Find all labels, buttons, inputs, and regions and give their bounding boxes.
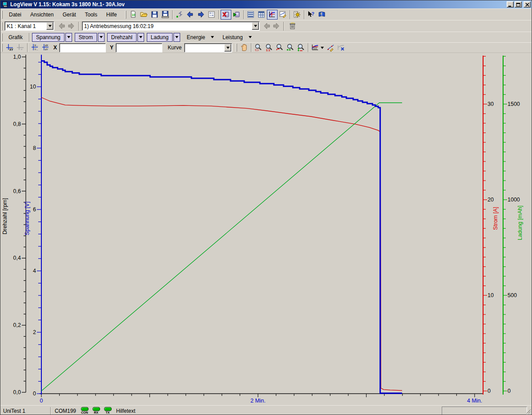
maximize-button[interactable] (515, 1, 522, 8)
svg-text:0: 0 (508, 388, 511, 394)
svg-text:0,0: 0,0 (13, 389, 21, 395)
menubar-grip[interactable] (1, 11, 3, 19)
show-table-button[interactable] (256, 10, 267, 20)
device-disconnect-button[interactable] (221, 10, 231, 20)
kurve-select-value (185, 48, 224, 48)
toolbar-separator (218, 10, 219, 19)
x-value-input[interactable] (59, 43, 106, 52)
zoom-100-button[interactable]: 1:1 (264, 43, 274, 52)
dataset-select[interactable]: 1) Antriebsmessung 16:02:19 (82, 21, 260, 31)
svg-text:Strom [A]: Strom [A] (492, 207, 499, 230)
svg-text:0,6: 0,6 (13, 188, 21, 194)
open-file-button[interactable] (139, 10, 149, 20)
show-graph-button[interactable] (267, 10, 278, 20)
curve-edit-button[interactable] (325, 43, 336, 52)
axis-values-button[interactable]: X:..Y:.. (29, 43, 40, 52)
tab-ladung-arrow[interactable] (173, 33, 180, 42)
tab-leistung[interactable]: Leistung (218, 33, 246, 42)
choose-dialog-button[interactable] (206, 10, 217, 20)
save-file-as-button[interactable] (160, 10, 171, 20)
menu-geraet[interactable]: Gerät (58, 11, 81, 19)
svg-text:?: ? (311, 11, 314, 16)
svg-text:10: 10 (488, 292, 494, 298)
tab-strom-arrow[interactable] (98, 33, 105, 42)
svg-text:20: 20 (488, 197, 494, 203)
new-file-button[interactable]: 10 (128, 10, 139, 20)
channel-prev-button[interactable] (57, 21, 66, 31)
menu-datei[interactable]: Datei (4, 11, 26, 19)
tab-drehzahl[interactable]: Drehzahl (107, 33, 137, 42)
logview-window: LogView V 1.15: Kokam 3s 1800 Nr.1- 30A.… (0, 0, 532, 415)
tab-energie[interactable]: Energie (183, 33, 209, 42)
status-port: COM199 (52, 407, 79, 414)
axes-auto-button[interactable] (15, 43, 26, 52)
context-help-button[interactable]: ? (306, 10, 317, 20)
show-list-button[interactable] (246, 10, 256, 20)
graph-toolbar-grip[interactable] (1, 44, 3, 52)
main-toolbar-grip[interactable] (125, 11, 126, 19)
zoom-toolbar-grip[interactable] (236, 44, 237, 52)
tab-leistung-arrow[interactable] (247, 33, 254, 42)
close-button[interactable] (524, 1, 531, 8)
zoom-rect-button[interactable] (253, 43, 264, 52)
minimize-button[interactable] (507, 1, 514, 8)
help-book-button[interactable]: ? (317, 10, 327, 20)
tab-spannung[interactable]: Spannung (32, 33, 64, 42)
axes-setup-button[interactable]: XY (4, 43, 15, 52)
chart-canvas[interactable]: 02 Min.4 Min.1,00,80,60,40,20,0Drehzahl … (0, 53, 532, 405)
svg-text:Y:..: Y:.. (34, 48, 38, 51)
channel-row: K1 : Kanal 1 1) Antriebsmessung 16:02:19 (0, 20, 532, 32)
y-value-input[interactable] (116, 43, 162, 52)
tab-ladung[interactable]: Ladung (147, 33, 173, 42)
save-file-button[interactable] (149, 10, 160, 20)
dataset-prev-button[interactable] (262, 21, 271, 31)
kurve-select[interactable] (184, 43, 232, 52)
nav-back-button[interactable] (185, 10, 196, 20)
zoom-x-button[interactable] (285, 43, 296, 52)
led-tx: TX (103, 407, 113, 414)
tabs-row: Grafik Spannung Strom Drehzahl Ladung En… (0, 32, 532, 42)
svg-text:0: 0 (488, 388, 491, 394)
dataset-next-button[interactable] (271, 21, 281, 31)
curve-display-button[interactable] (310, 43, 325, 52)
resize-grip[interactable] (525, 408, 531, 414)
svg-text:0: 0 (40, 398, 43, 404)
edit-graph-button[interactable] (278, 10, 288, 20)
toolbar-separator (29, 33, 30, 42)
tab-energie-arrow[interactable] (209, 33, 216, 42)
led-con: CON (80, 407, 89, 414)
kurve-select-arrow[interactable] (224, 44, 231, 52)
settings-gear-button[interactable] (292, 10, 302, 20)
tab-spannung-arrow[interactable] (65, 33, 72, 42)
delete-dataset-button[interactable] (287, 21, 298, 31)
svg-text:0,8: 0,8 (13, 121, 21, 127)
dataset-select-value: 1) Antriebsmessung 16:02:19 (82, 23, 252, 29)
svg-text:?: ? (320, 12, 322, 16)
svg-text:Ladung [mAh]: Ladung [mAh] (517, 205, 523, 240)
curve-delete-button[interactable] (336, 43, 347, 52)
device-record-button[interactable] (231, 10, 242, 20)
status-divider (50, 407, 51, 415)
dataset-select-arrow[interactable] (252, 22, 259, 30)
channel-select[interactable]: K1 : Kanal 1 (4, 21, 54, 31)
tab-strom[interactable]: Strom (75, 33, 97, 42)
nav-forward-button[interactable] (196, 10, 206, 20)
menu-ansichten[interactable]: Ansichten (26, 11, 58, 19)
pan-hand-button[interactable] (239, 43, 250, 52)
menu-hilfe[interactable]: Hilfe (102, 11, 121, 19)
toolbar-separator (290, 10, 290, 19)
title-bar[interactable]: LogView V 1.15: Kokam 3s 1800 Nr.1- 30A.… (0, 0, 532, 8)
channel-toolbar-grip[interactable] (1, 22, 3, 30)
channel-next-button[interactable] (66, 21, 76, 31)
zoom-y-button[interactable] (296, 43, 306, 52)
menu-tools[interactable]: Tools (81, 11, 102, 19)
toolbar-separator (283, 22, 284, 31)
zoom-undo-button[interactable] (274, 43, 285, 52)
tabs-grip[interactable] (1, 33, 3, 41)
axis-delta-button[interactable]: dXdY (40, 43, 51, 52)
tab-grafik[interactable]: Grafik (4, 33, 27, 42)
svg-text:X:..: X:.. (34, 44, 38, 47)
device-settings-button[interactable] (174, 10, 185, 20)
channel-select-arrow[interactable] (46, 22, 53, 30)
tab-drehzahl-arrow[interactable] (137, 33, 144, 42)
